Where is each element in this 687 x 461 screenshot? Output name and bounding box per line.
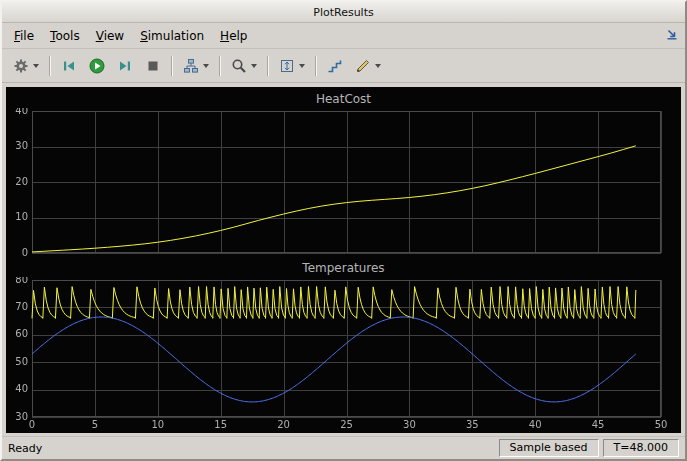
measurements-button[interactable] <box>350 53 386 79</box>
step-back-icon <box>61 58 77 74</box>
toolbar <box>2 49 685 83</box>
settings-button[interactable] <box>8 53 44 79</box>
step-back-button[interactable] <box>56 53 82 79</box>
dropdown-arrow-icon <box>375 64 381 68</box>
dropdown-arrow-icon <box>299 64 305 68</box>
window-title: PlotResults <box>313 6 373 19</box>
stop-icon <box>145 58 161 74</box>
heatcost-title: HeatCost <box>6 92 681 107</box>
cursor-measurements-icon <box>327 58 343 74</box>
menu-simulation[interactable]: Simulation <box>132 26 212 46</box>
span-button[interactable] <box>274 53 310 79</box>
menu-file[interactable]: File <box>6 26 42 46</box>
menu-help[interactable]: Help <box>212 26 255 46</box>
toolbar-separator <box>219 56 221 76</box>
temperatures-title: Temperatures <box>6 261 681 276</box>
status-bar: Ready Sample based T=48.000 <box>2 436 685 459</box>
toolbar-separator <box>49 56 51 76</box>
dropdown-arrow-icon <box>203 64 209 68</box>
toolbar-separator <box>315 56 317 76</box>
menu-bar: FileToolsViewSimulationHelp <box>2 23 685 49</box>
run-button[interactable] <box>84 53 110 79</box>
simulation-time-indicator: T=48.000 <box>603 439 679 457</box>
scope-display-panel: HeatCost Temperatures <box>6 87 681 433</box>
title-bar[interactable]: PlotResults <box>2 2 685 23</box>
dock-figure-icon[interactable] <box>665 27 679 41</box>
scope-window: PlotResults FileToolsViewSimulationHelp … <box>0 0 687 461</box>
zoom-icon <box>231 58 247 74</box>
status-text: Ready <box>8 442 42 455</box>
menu-tools[interactable]: Tools <box>42 26 88 46</box>
run-icon <box>89 58 105 74</box>
stop-button[interactable] <box>140 53 166 79</box>
span-icon <box>279 58 295 74</box>
toolbar-separator <box>171 56 173 76</box>
step-forward-icon <box>117 58 133 74</box>
dropdown-arrow-icon <box>33 64 39 68</box>
dropdown-arrow-icon <box>251 64 257 68</box>
sample-mode-indicator: Sample based <box>499 439 599 457</box>
stepping-options-icon <box>183 58 199 74</box>
zoom-button[interactable] <box>226 53 262 79</box>
settings-icon <box>13 58 29 74</box>
temperatures-plot[interactable] <box>6 277 681 433</box>
measurements-icon <box>355 58 371 74</box>
heatcost-plot[interactable] <box>6 108 681 258</box>
step-forward-button[interactable] <box>112 53 138 79</box>
cursor-measurements-button[interactable] <box>322 53 348 79</box>
stepping-options-button[interactable] <box>178 53 214 79</box>
toolbar-separator <box>267 56 269 76</box>
menu-view[interactable]: View <box>88 26 132 46</box>
